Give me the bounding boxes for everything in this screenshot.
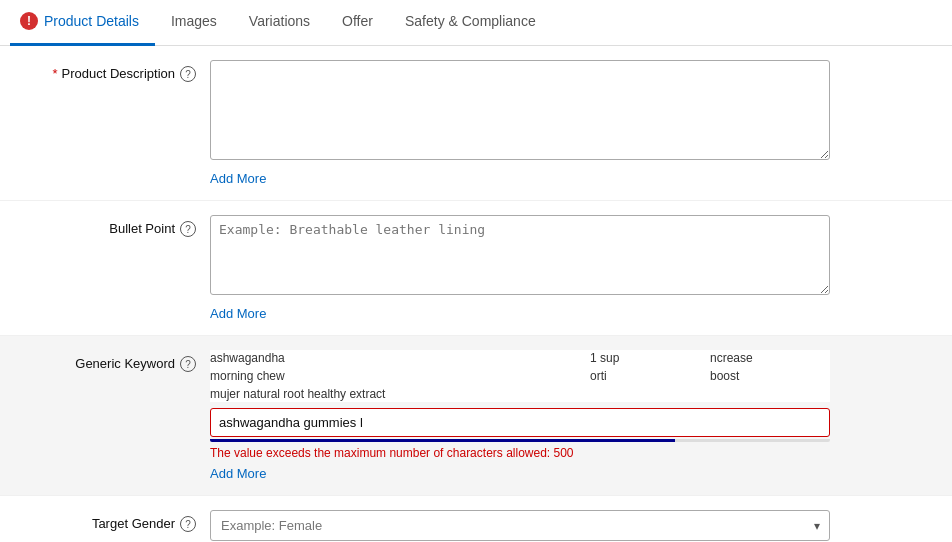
tab-label-variations: Variations <box>249 13 310 29</box>
keyword-suggestion-1-3: ncrease <box>710 350 830 366</box>
generic-keyword-input[interactable] <box>210 408 830 437</box>
keyword-suggestion-2-1: morning chew <box>210 368 590 384</box>
required-star: * <box>52 66 57 81</box>
tab-label-product-details: Product Details <box>44 13 139 29</box>
bullet-point-textarea[interactable] <box>210 215 830 295</box>
keyword-progress-bar <box>210 439 830 442</box>
product-description-textarea[interactable] <box>210 60 830 160</box>
product-description-field-col: Add More <box>210 60 932 186</box>
bullet-point-field-col: Add More <box>210 215 932 321</box>
keyword-suggestions: ashwagandha morning chew mujer natural r… <box>210 350 830 402</box>
keyword-suggestion-3-1: mujer natural root healthy extract <box>210 386 590 402</box>
generic-keyword-row: Generic Keyword ? ashwagandha morning ch… <box>0 336 952 496</box>
bullet-point-label-col: Bullet Point ? <box>0 215 210 237</box>
bullet-point-label: Bullet Point <box>109 221 175 236</box>
bullet-point-help-icon[interactable]: ? <box>180 221 196 237</box>
tab-offer[interactable]: Offer <box>326 0 389 46</box>
keyword-suggestion-3-2 <box>590 386 710 388</box>
target-gender-row: Target Gender ? Example: Female Male Fem… <box>0 496 952 542</box>
tab-safety-compliance[interactable]: Safety & Compliance <box>389 0 552 46</box>
keyword-suggestion-2-3: boost <box>710 368 830 384</box>
keyword-input-wrapper <box>210 408 830 442</box>
target-gender-help-icon[interactable]: ? <box>180 516 196 532</box>
alert-icon: ! <box>20 12 38 30</box>
tab-variations[interactable]: Variations <box>233 0 326 46</box>
tab-label-offer: Offer <box>342 13 373 29</box>
form-content: * Product Description ? Add More Bullet … <box>0 46 952 542</box>
tab-label-images: Images <box>171 13 217 29</box>
tab-bar: ! Product Details Images Variations Offe… <box>0 0 952 46</box>
generic-keyword-help-icon[interactable]: ? <box>180 356 196 372</box>
generic-keyword-label: Generic Keyword <box>75 356 175 371</box>
tab-images[interactable]: Images <box>155 0 233 46</box>
product-description-help-icon[interactable]: ? <box>180 66 196 82</box>
target-gender-select[interactable]: Example: Female Male Female Unisex <box>210 510 830 541</box>
target-gender-field-col: Example: Female Male Female Unisex ▾ <box>210 510 932 541</box>
tab-label-safety-compliance: Safety & Compliance <box>405 13 536 29</box>
keyword-col-3: ncrease boost <box>710 350 830 402</box>
add-more-keyword-link[interactable]: Add More <box>210 466 266 481</box>
product-description-label: Product Description <box>62 66 175 81</box>
keyword-suggestion-1-2: 1 sup <box>590 350 710 366</box>
keyword-suggestion-3-3 <box>710 386 830 388</box>
generic-keyword-label-col: Generic Keyword ? <box>0 350 210 372</box>
keyword-error-message: The value exceeds the maximum number of … <box>210 446 932 460</box>
target-gender-select-wrapper: Example: Female Male Female Unisex ▾ <box>210 510 830 541</box>
keyword-suggestion-2-2: orti <box>590 368 710 384</box>
bullet-point-row: Bullet Point ? Add More <box>0 201 952 336</box>
generic-keyword-field-col: ashwagandha morning chew mujer natural r… <box>210 350 932 481</box>
target-gender-label-col: Target Gender ? <box>0 510 210 532</box>
tab-product-details[interactable]: ! Product Details <box>10 0 155 46</box>
keyword-col-1: ashwagandha morning chew mujer natural r… <box>210 350 590 402</box>
product-description-row: * Product Description ? Add More <box>0 46 952 201</box>
add-more-bullet-link[interactable]: Add More <box>210 306 266 321</box>
product-description-label-col: * Product Description ? <box>0 60 210 82</box>
keyword-suggestion-1-1: ashwagandha <box>210 350 590 366</box>
add-more-description-link[interactable]: Add More <box>210 171 266 186</box>
target-gender-label: Target Gender <box>92 516 175 531</box>
keyword-col-2: 1 sup orti <box>590 350 710 402</box>
